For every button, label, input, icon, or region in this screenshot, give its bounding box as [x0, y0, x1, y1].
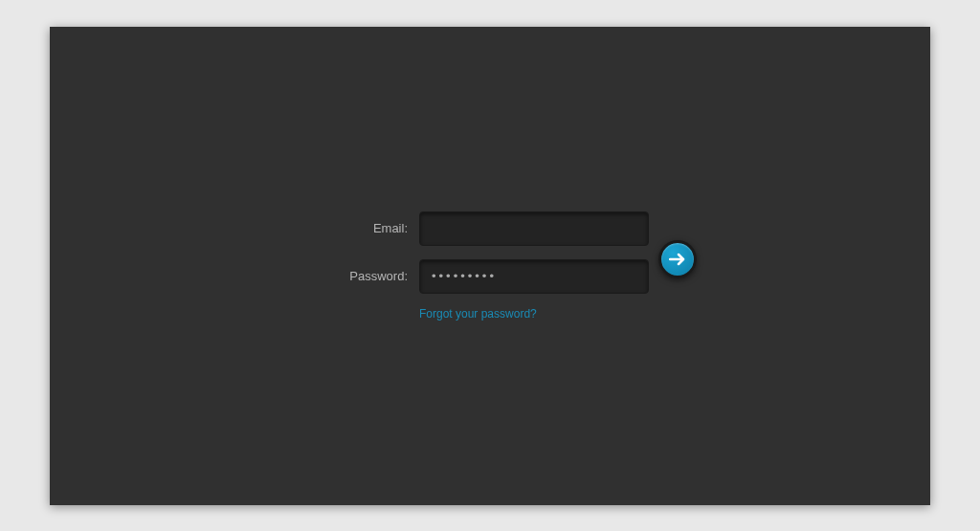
- email-input[interactable]: [419, 211, 649, 246]
- login-panel: Email: Password: Forgot your password?: [50, 27, 930, 505]
- submit-button[interactable]: [658, 240, 697, 278]
- login-form: Email: Password: Forgot your password?: [331, 211, 649, 321]
- arrow-right-icon: [669, 253, 686, 266]
- email-row: Email:: [331, 211, 649, 246]
- forgot-password-link[interactable]: Forgot your password?: [419, 307, 649, 321]
- password-row: Password:: [331, 259, 649, 294]
- password-label: Password:: [331, 269, 408, 283]
- password-input[interactable]: [419, 259, 649, 294]
- email-label: Email:: [331, 221, 408, 235]
